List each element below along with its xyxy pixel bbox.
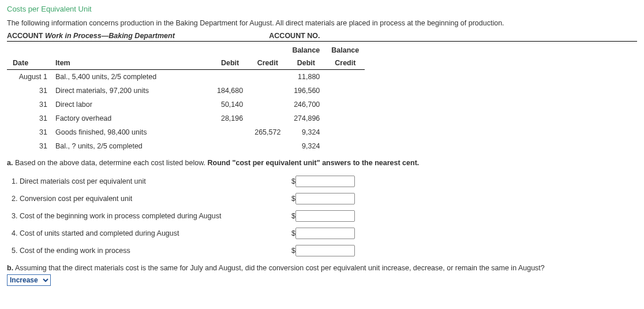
table-row: August 1Bal., 5,400 units, 2/5 completed… — [7, 70, 365, 84]
cell-bal-credit — [325, 125, 365, 139]
cell-bal-credit — [325, 139, 365, 153]
cell-item: Direct materials, 97,200 units — [50, 84, 211, 98]
page-title: Costs per Equivalent Unit — [7, 5, 637, 13]
question-text: 1. Direct materials cost per equivalent … — [12, 177, 289, 185]
cell-credit — [249, 139, 286, 153]
answer-input[interactable] — [295, 245, 355, 256]
col-bal-credit: Credit — [325, 57, 365, 70]
dollar-sign: $ — [289, 177, 295, 185]
cell-debit: 184,680 — [211, 84, 249, 98]
cell-debit: 28,196 — [211, 111, 249, 125]
col-item: Item — [50, 57, 211, 70]
cell-credit — [249, 84, 286, 98]
question-text: 3. Cost of the beginning work in process… — [12, 212, 289, 220]
cell-credit — [249, 111, 286, 125]
cell-item: Bal., 5,400 units, 2/5 completed — [50, 70, 211, 84]
question-row: 2. Conversion cost per equivalent unit$ — [12, 190, 637, 207]
dollar-sign: $ — [289, 247, 295, 255]
question-row: 4. Cost of units started and completed d… — [12, 225, 637, 242]
part-b-text: Assuming that the direct materials cost … — [15, 264, 545, 272]
question-row: 3. Cost of the beginning work in process… — [12, 207, 637, 225]
table-row: 31Goods finished, 98,400 units265,5729,3… — [7, 125, 365, 139]
account-header-line: ACCOUNT Work in Process—Baking Departmen… — [7, 32, 637, 42]
col-bal-debit: Debit — [286, 57, 325, 70]
question-row: 1. Direct materials cost per equivalent … — [12, 173, 637, 190]
cell-item: Factory overhead — [50, 111, 211, 125]
answer-input[interactable] — [295, 176, 355, 187]
cell-date: 31 — [7, 98, 50, 111]
cell-bal-debit: 11,880 — [286, 70, 325, 84]
cell-debit — [211, 70, 249, 84]
answer-input[interactable] — [295, 193, 355, 204]
cell-debit — [211, 125, 249, 139]
cell-bal-debit: 196,560 — [286, 84, 325, 98]
part-b-select[interactable]: IncreaseDecreaseSame — [7, 274, 51, 286]
part-a: a. Based on the above data, determine ea… — [7, 159, 637, 259]
cell-date: 31 — [7, 125, 50, 139]
dollar-sign: $ — [289, 229, 295, 237]
dollar-sign: $ — [289, 195, 295, 203]
cell-date: August 1 — [7, 70, 50, 84]
cell-bal-debit: 246,700 — [286, 98, 325, 111]
table-row: 31Factory overhead28,196274,896 — [7, 111, 365, 125]
cell-bal-debit: 9,324 — [286, 139, 325, 153]
page-root: Costs per Equivalent Unit The following … — [0, 0, 644, 291]
answer-input[interactable] — [295, 210, 355, 222]
table-row: 31Direct labor50,140246,700 — [7, 98, 365, 111]
question-text: 4. Cost of units started and completed d… — [12, 229, 289, 237]
cell-date: 31 — [7, 84, 50, 98]
balance-header-top: Balance — [286, 44, 325, 57]
intro-text: The following information concerns produ… — [7, 19, 637, 27]
cell-bal-debit: 9,324 — [286, 125, 325, 139]
account-no-label: ACCOUNT NO. — [269, 32, 320, 40]
part-b-lead: b. — [7, 264, 13, 272]
ledger-table: Balance Balance Date Item Debit Credit D… — [7, 44, 365, 153]
question-list: 1. Direct materials cost per equivalent … — [7, 173, 637, 259]
part-a-text1: Based on the above data, determine each … — [15, 159, 208, 167]
cell-item: Bal., ? units, 2/5 completed — [50, 139, 211, 153]
balance-header-top2: Balance — [325, 44, 365, 57]
col-credit: Credit — [249, 57, 286, 70]
col-date: Date — [7, 57, 50, 70]
cell-bal-credit — [325, 70, 365, 84]
account-label: ACCOUNT — [7, 32, 43, 40]
cell-debit — [211, 139, 249, 153]
part-a-text2: Round "cost per equivalent unit" answers… — [207, 159, 419, 167]
cell-date: 31 — [7, 139, 50, 153]
dollar-sign: $ — [289, 212, 295, 220]
cell-bal-credit — [325, 84, 365, 98]
account-name: Work in Process—Baking Department — [45, 32, 175, 40]
cell-bal-credit — [325, 98, 365, 111]
cell-bal-credit — [325, 111, 365, 125]
answer-input[interactable] — [295, 228, 355, 239]
cell-item: Direct labor — [50, 98, 211, 111]
cell-credit: 265,572 — [249, 125, 286, 139]
cell-date: 31 — [7, 111, 50, 125]
question-text: 2. Conversion cost per equivalent unit — [12, 195, 289, 203]
col-debit: Debit — [211, 57, 249, 70]
table-row: 31Direct materials, 97,200 units184,6801… — [7, 84, 365, 98]
question-row: 5. Cost of the ending work in process$ — [12, 242, 637, 259]
part-b: b. Assuming that the direct materials co… — [7, 264, 637, 286]
table-row: 31Bal., ? units, 2/5 completed9,324 — [7, 139, 365, 153]
cell-bal-debit: 274,896 — [286, 111, 325, 125]
cell-credit — [249, 98, 286, 111]
part-a-lead: a. — [7, 159, 13, 167]
cell-credit — [249, 70, 286, 84]
cell-debit: 50,140 — [211, 98, 249, 111]
question-text: 5. Cost of the ending work in process — [12, 247, 289, 255]
cell-item: Goods finished, 98,400 units — [50, 125, 211, 139]
